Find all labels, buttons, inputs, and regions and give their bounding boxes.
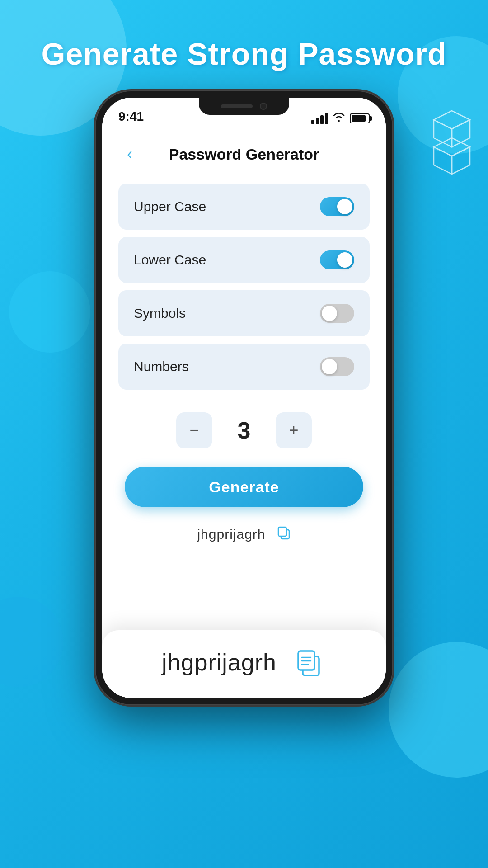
option-label-uppercase: Upper Case [134,199,206,214]
copy-icon-small[interactable] [277,525,291,543]
toggle-knob-numbers [322,359,337,374]
signal-icon [311,113,328,124]
password-main-text: jhgprijagrh [162,649,277,676]
bg-decoration-4 [389,642,488,778]
phone-screen: 9:41 [102,98,386,698]
options-list: Upper Case Lower Case Symbols [102,175,386,399]
phone-frame: 9:41 [95,90,393,705]
wifi-icon [333,112,345,125]
back-button[interactable]: ‹ [118,143,141,165]
generate-section: Generate [102,462,386,516]
password-preview-text: jhgprijagrh [197,527,265,542]
generate-button-label: Generate [209,478,279,496]
toggle-symbols[interactable] [320,304,354,323]
status-time: 9:41 [118,109,144,125]
boxes-icon [429,108,474,183]
back-arrow-icon: ‹ [127,146,132,162]
password-preview-row: jhgprijagrh [102,516,386,548]
notch-camera [260,103,267,110]
svg-marker-0 [434,111,470,129]
bottom-card: jhgprijagrh [102,630,386,698]
toggle-knob-uppercase [337,199,352,214]
copy-button[interactable] [295,646,326,678]
counter-value: 3 [230,417,258,444]
option-row-numbers: Numbers [118,344,370,390]
page-title: Generate Strong Password [0,36,488,71]
option-row-lowercase: Lower Case [118,237,370,283]
svg-marker-4 [434,147,452,174]
toggle-knob-lowercase [337,252,352,268]
option-label-lowercase: Lower Case [134,252,206,268]
bg-decoration-5 [9,271,90,353]
svg-rect-7 [278,527,286,536]
option-row-uppercase: Upper Case [118,184,370,230]
toggle-uppercase[interactable] [320,197,354,216]
option-label-symbols: Symbols [134,306,186,321]
bg-decoration-3 [0,597,63,687]
option-row-symbols: Symbols [118,290,370,336]
toggle-lowercase[interactable] [320,250,354,269]
generate-button[interactable]: Generate [125,467,363,507]
notch [199,98,289,115]
app-content: ‹ Password Generator Upper Case Lower Ca… [102,129,386,698]
nav-title: Password Generator [141,146,347,163]
status-icons [311,112,370,125]
option-label-numbers: Numbers [134,359,189,374]
battery-icon [350,113,370,123]
counter-section: − 3 + [102,399,386,462]
notch-speaker [221,104,253,108]
nav-bar: ‹ Password Generator [102,129,386,175]
toggle-knob-symbols [322,306,337,321]
increment-button[interactable]: + [276,412,312,448]
toggle-numbers[interactable] [320,357,354,376]
svg-marker-5 [452,147,470,174]
decrement-button[interactable]: − [176,412,212,448]
